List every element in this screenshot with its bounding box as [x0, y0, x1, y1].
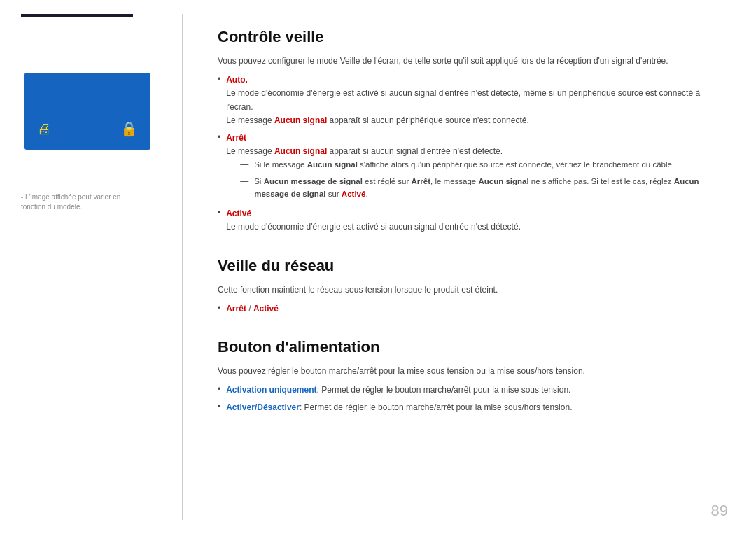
bullet-label-arret: Arrêt	[226, 133, 246, 143]
bullet-content-activer: Activer/Désactiver: Permet de régler le …	[226, 401, 572, 414]
bullet-dot-arret-active: •	[218, 303, 220, 313]
section-intro-bouton: Vous pouvez régler le bouton marche/arrê…	[218, 365, 714, 378]
sub-bullet-1: — Si le message Aucun signal s'affiche a…	[240, 158, 714, 171]
monitor-icon-left: 🖨	[37, 121, 51, 137]
section-intro-controle-veille: Vous pouvez configurer le mode Veille de…	[218, 55, 714, 68]
em-dash-1: —	[240, 158, 248, 171]
sidebar-caption: ‐ L'image affichée peut varier en foncti…	[21, 192, 147, 212]
bullet-dot-auto: •	[218, 74, 220, 84]
active-ref: Activé	[342, 190, 366, 198]
bullet-auto: • Auto. Le mode d'économie d'énergie est…	[218, 73, 714, 127]
sidebar-divider	[21, 185, 133, 185]
bullet-activation-uniquement: • Activation uniquement: Permet de régle…	[218, 384, 714, 397]
sidebar: 🖨 🔒 ‐ L'image affichée peut varier en fo…	[0, 0, 182, 534]
bullet-active: • Activé Le mode d'économie d'énergie es…	[218, 207, 714, 234]
veille-active: Activé	[253, 304, 279, 314]
activation-label: Activation uniquement	[226, 385, 316, 395]
activer-label: Activer/Désactiver	[226, 402, 300, 412]
bullet-content-active: Activé Le mode d'économie d'énergie est …	[226, 207, 521, 234]
aucun-signal-ref2: Aucun signal	[274, 146, 327, 156]
bullet-activer-desactiver: • Activer/Désactiver: Permet de régler l…	[218, 401, 714, 414]
section-intro-veille-reseau: Cette fonction maintient le réseau sous …	[218, 283, 714, 297]
bullet-extra-auto: Le message Aucun signal apparaît si aucu…	[226, 115, 529, 125]
bullet-content-arret: Arrêt Le message Aucun signal apparaît s…	[226, 132, 714, 203]
section-title-veille-reseau: Veille du réseau	[218, 257, 714, 275]
activer-body: : Permet de régler le bouton marche/arrê…	[300, 402, 573, 412]
em-dash-2: —	[240, 175, 248, 188]
bullet-arret: • Arrêt Le message Aucun signal apparaît…	[218, 132, 714, 203]
bullet-dot-activer: •	[218, 402, 220, 412]
bullet-label-auto: Auto.	[226, 75, 248, 85]
bullet-content-auto: Auto. Le mode d'économie d'énergie est a…	[226, 73, 714, 127]
section-title-controle-veille: Contrôle veille	[218, 28, 714, 46]
section-veille-reseau: Veille du réseau Cette fonction maintien…	[218, 257, 714, 316]
monitor-image: 🖨 🔒	[21, 66, 154, 157]
monitor-icon-right: 🔒	[120, 120, 138, 137]
bullet-arret-active: • Arrêt / Activé	[218, 302, 714, 316]
bullet-label-active: Activé	[226, 209, 251, 218]
bullet-content-activation: Activation uniquement: Permet de régler …	[226, 384, 570, 397]
bullet-body-arret: Le message Aucun signal apparaît si aucu…	[226, 146, 503, 156]
sidebar-top-bar	[21, 14, 133, 17]
veille-separator: /	[248, 304, 253, 314]
top-line	[182, 41, 756, 41]
monitor-screen: 🖨 🔒	[24, 73, 150, 150]
aucun-signal-ref1: Aucun signal	[274, 115, 327, 125]
activation-body: : Permet de régler le bouton marche/arrê…	[317, 385, 571, 395]
section-title-bouton: Bouton d'alimentation	[218, 338, 714, 356]
veille-arret: Arrêt	[226, 304, 246, 314]
section-bouton-alimentation: Bouton d'alimentation Vous pouvez régler…	[218, 338, 714, 415]
section-controle-veille: Contrôle veille Vous pouvez configurer l…	[218, 28, 714, 234]
sub-bullet-text-2: Si Aucun message de signal est réglé sur…	[254, 175, 714, 201]
bullet-body-active: Le mode d'économie d'énergie est activé …	[226, 222, 521, 232]
bullet-dot-active: •	[218, 208, 220, 218]
page-number: 89	[711, 502, 728, 520]
bullet-body-auto: Le mode d'économie d'énergie est activé …	[226, 88, 700, 111]
sub-bullets-arret: — Si le message Aucun signal s'affiche a…	[226, 158, 714, 200]
bullet-dot-activation: •	[218, 384, 220, 394]
bullet-content-arret-active: Arrêt / Activé	[226, 302, 279, 316]
sub-bullet-text-1: Si le message Aucun signal s'affiche alo…	[254, 158, 674, 171]
sub-bullet-2: — Si Aucun message de signal est réglé s…	[240, 175, 714, 201]
main-content: Contrôle veille Vous pouvez configurer l…	[183, 0, 756, 534]
bullet-dot-arret: •	[218, 132, 220, 142]
